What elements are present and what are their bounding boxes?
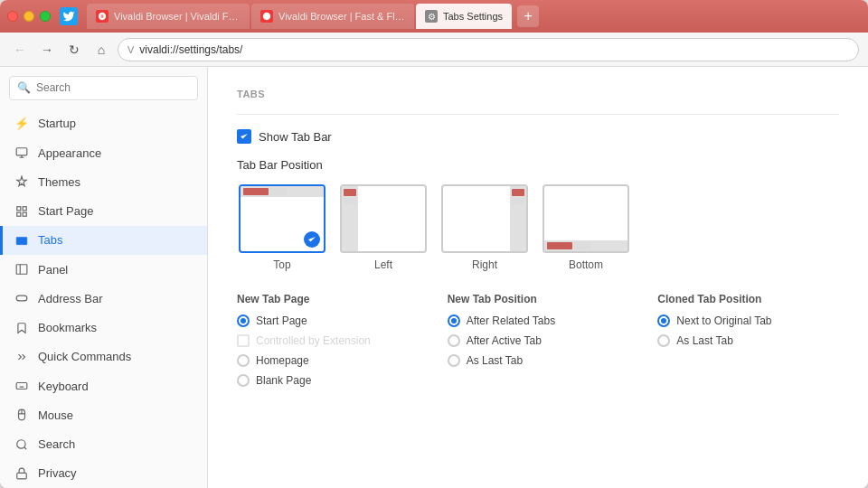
bottom-strip [544,240,627,251]
options-row: New Tab Page Start Page Controlled by Ex… [237,293,839,394]
show-tab-bar-row[interactable]: Show Tab Bar [237,129,839,144]
radio-label-after-related: After Related Tabs [467,314,556,327]
appearance-icon [14,145,29,160]
position-bottom[interactable]: Bottom [541,184,631,271]
radio-as-last[interactable] [448,354,460,367]
new-tab-as-last[interactable]: As Last Tab [448,354,629,367]
search-box[interactable]: 🔍 [9,76,198,100]
sidebar-item-privacy[interactable]: Privacy [0,459,207,488]
sidebar-item-quick-commands[interactable]: Quick Commands [0,343,207,371]
new-tab-blank[interactable]: Blank Page [237,374,419,387]
start-page-icon [14,204,29,219]
radio-blank[interactable] [237,374,250,387]
keyboard-icon [14,379,29,393]
svg-rect-0 [16,148,27,155]
cloned-next-to-original[interactable]: Next to Original Tab [657,314,839,327]
sidebar-item-panel[interactable]: Panel [0,255,207,284]
tab-settings[interactable]: ⚙ Tabs Settings [416,4,512,29]
radio-homepage[interactable] [237,354,250,367]
forward-button[interactable]: → [36,39,58,61]
new-tab-controlled[interactable]: Controlled by Extension [237,334,419,347]
sidebar-item-tabs[interactable]: Tabs [0,226,207,255]
tab-vivaldi-forum[interactable]: Vivaldi Browser | Vivaldi Foru... [87,4,250,29]
right-label: Right [472,258,497,271]
sidebar-item-start-page[interactable]: Start Page [0,196,207,225]
tabs-bar: Vivaldi Browser | Vivaldi Foru... Vivald… [87,4,861,29]
radio-after-active[interactable] [448,334,460,347]
minimize-button[interactable] [24,11,34,22]
position-top[interactable]: Top [237,184,327,271]
radio-after-related[interactable] [448,314,460,327]
sidebar: 🔍 ⚡ Startup Appearance Themes [0,67,208,488]
radio-cloned-as-last[interactable] [657,334,670,347]
tab-favicon [260,10,273,23]
mini-tab-active [512,189,524,196]
bottom-label: Bottom [569,258,603,271]
sidebar-item-address-bar[interactable]: Address Bar [0,284,207,313]
svg-rect-1 [17,206,21,210]
sidebar-item-keyboard[interactable]: Keyboard [0,371,207,400]
svg-rect-5 [16,237,27,244]
new-tab-after-related[interactable]: After Related Tabs [448,314,629,327]
reload-button[interactable]: ↻ [63,39,85,61]
sidebar-item-label: Appearance [38,146,101,160]
bottom-preview [542,184,629,253]
position-left[interactable]: Left [338,184,429,271]
back-button[interactable]: ← [9,39,31,61]
sidebar-item-label: Privacy [38,466,77,480]
new-tab-homepage[interactable]: Homepage [237,354,419,367]
cloned-as-last-tab[interactable]: As Last Tab [657,334,839,347]
sidebar-item-label: Panel [38,263,68,277]
right-strip [510,186,526,251]
top-preview [239,184,326,253]
show-tab-bar-label: Show Tab Bar [259,130,332,144]
sidebar-item-label: Start Page [38,204,93,218]
sidebar-item-search[interactable]: Search [0,429,207,458]
mini-tab-inactive [574,242,590,249]
privacy-icon [14,466,29,481]
new-tab-after-active[interactable]: After Active Tab [448,334,629,347]
radio-start-page[interactable] [237,314,250,327]
new-tab-position-col: New Tab Position After Related Tabs Afte… [448,293,629,394]
mini-tab-active [344,189,356,196]
sidebar-item-label: Bookmarks [38,321,97,334]
selected-check [304,231,320,248]
home-button[interactable]: ⌂ [90,39,112,61]
divider [237,114,839,115]
sidebar-item-startup[interactable]: ⚡ Startup [0,109,207,138]
tab-vivaldi-fast[interactable]: Vivaldi Browser | Fast & Flexi... [251,4,414,29]
sidebar-item-appearance[interactable]: Appearance [0,138,207,167]
new-tab-start-page[interactable]: Start Page [237,314,419,327]
sidebar-item-mouse[interactable]: Mouse [0,400,207,429]
position-right[interactable]: Right [439,184,530,271]
radio-label-controlled: Controlled by Extension [256,334,371,347]
maximize-button[interactable] [40,11,51,22]
svg-point-10 [17,439,25,447]
svg-rect-7 [16,296,27,301]
cloned-tab-title: Cloned Tab Position [657,293,839,305]
title-bar: Vivaldi Browser | Vivaldi Foru... Vivald… [0,0,868,33]
radio-label-next-to-original: Next to Original Tab [676,314,771,327]
address-bar[interactable]: V vivaldi://settings/tabs/ [118,38,859,61]
sidebar-item-label: Quick Commands [38,350,131,363]
left-label: Left [374,258,392,271]
tab-favicon-gear: ⚙ [425,10,438,23]
sidebar-item-themes[interactable]: Themes [0,167,207,196]
show-tab-bar-checkbox[interactable] [237,129,251,144]
new-tab-button[interactable]: + [517,5,539,27]
checkbox-controlled[interactable] [237,334,250,347]
close-button[interactable] [7,11,18,22]
cloned-tab-position-col: Cloned Tab Position Next to Original Tab… [657,293,839,394]
sidebar-item-label: Startup [38,117,76,130]
radio-next-to-original[interactable] [657,314,670,327]
address-bar-icon [14,291,29,305]
search-input[interactable] [36,81,190,94]
mouse-icon [14,408,29,422]
main-content: 🔍 ⚡ Startup Appearance Themes [0,67,868,488]
svg-rect-2 [23,206,26,210]
sidebar-item-bookmarks[interactable]: Bookmarks [0,313,207,342]
sidebar-item-label: Themes [38,175,80,189]
startup-icon: ⚡ [14,117,29,131]
mini-tab-active [243,188,269,195]
search-icon-sidebar [14,437,29,452]
